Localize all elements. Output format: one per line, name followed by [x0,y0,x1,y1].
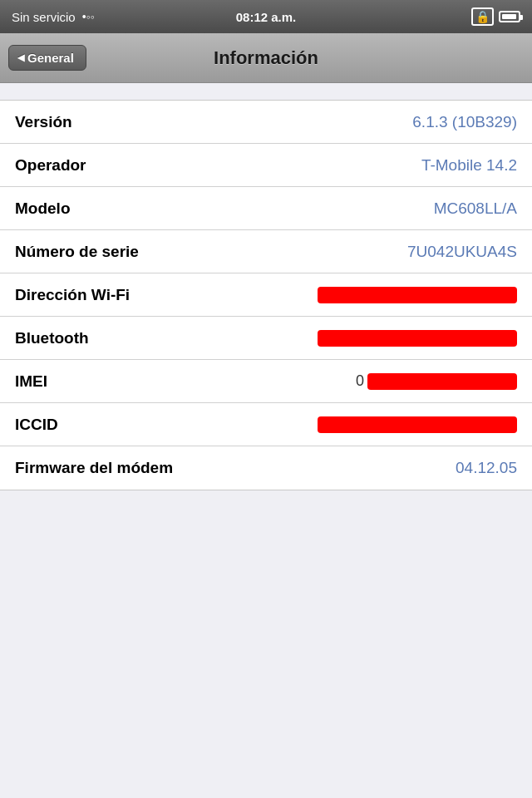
nav-title: Información [214,47,318,69]
table-row: IMEI0 [0,360,532,403]
row-value-redacted [367,373,517,390]
back-button[interactable]: General [8,45,86,71]
status-time: 08:12 a.m. [236,10,297,24]
back-button-label: General [27,51,74,65]
wifi-icon: •◦◦ [82,10,95,23]
row-label: Versión [15,113,72,131]
row-value: 7U042UKUA4S [407,243,517,261]
content-area: Versión6.1.3 (10B329)OperadorT-Mobile 14… [0,83,532,798]
row-label: IMEI [15,372,47,391]
row-label: Firmware del módem [15,459,173,477]
status-left: Sin servicio •◦◦ [12,10,95,24]
battery-icon [499,11,520,22]
table-row: Versión6.1.3 (10B329) [0,101,532,144]
row-value-redacted [318,416,517,433]
table-row: ICCID [0,403,532,446]
row-label: Bluetooth [15,329,89,347]
row-label: ICCID [15,416,58,434]
lock-icon: 🔒 [471,7,494,26]
row-value: T-Mobile 14.2 [421,156,517,175]
row-label: Número de serie [15,243,139,261]
table-row: Dirección Wi-Fi [0,273,532,317]
table-row: Firmware del módem04.12.05 [0,446,532,490]
status-right: 🔒 [471,7,520,26]
status-bar: Sin servicio •◦◦ 08:12 a.m. 🔒 [0,0,532,33]
table-row: OperadorT-Mobile 14.2 [0,144,532,187]
row-value-redacted [318,287,517,303]
table-row: Bluetooth [0,317,532,360]
row-label: Operador [15,156,86,175]
partial-text: 0 [356,372,364,390]
row-label: Dirección Wi-Fi [15,286,130,304]
row-value: 6.1.3 (10B329) [412,113,517,131]
row-value-redacted-partial: 0 [356,372,517,390]
table-row: ModeloMC608LL/A [0,187,532,230]
row-value: 04.12.05 [456,459,517,477]
carrier-label: Sin servicio [12,10,76,24]
table-row: Número de serie7U042UKUA4S [0,230,532,273]
info-table: Versión6.1.3 (10B329)OperadorT-Mobile 14… [0,100,532,490]
nav-bar: General Información [0,33,532,83]
row-label: Modelo [15,200,71,218]
row-value-redacted [318,330,517,347]
row-value: MC608LL/A [434,200,517,218]
